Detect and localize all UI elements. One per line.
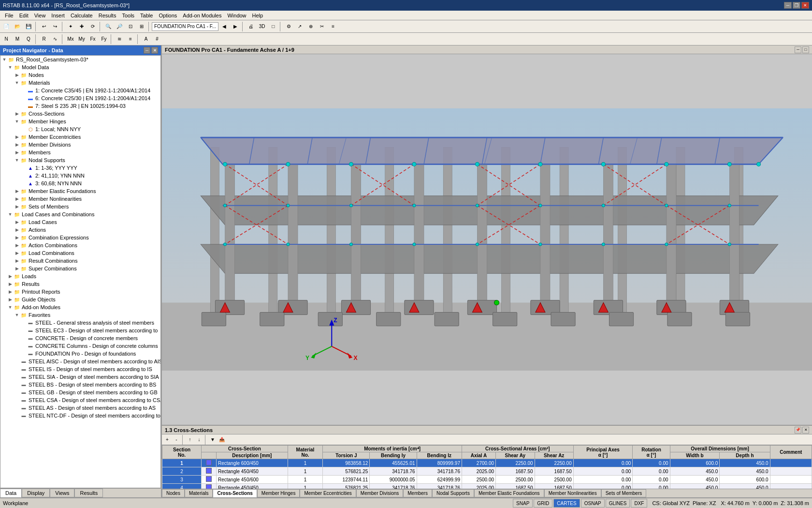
toggle-me[interactable]: ▶	[14, 134, 20, 140]
nav-pin[interactable]: ─	[144, 47, 150, 54]
tree-lc-sub[interactable]: ▶ 📁 Load Cases	[0, 218, 160, 226]
btab-nodal-supports[interactable]: Nodal Supports	[432, 489, 474, 497]
tb-btn-a[interactable]: ⚙	[283, 21, 294, 32]
tree-addon[interactable]: ▼ 📁 Add-on Modules	[0, 303, 160, 311]
tree-concrete[interactable]: ▬ CONCRETE - Design of concrete members	[0, 334, 160, 342]
tb2-deform[interactable]: ∿	[50, 34, 60, 45]
tree-mat7[interactable]: ▬ 7: Steel S 235 JR | EN 10025:1994-03	[0, 102, 160, 110]
mode-cartes[interactable]: CARTES	[553, 499, 580, 508]
menu-results[interactable]: Results	[96, 12, 119, 19]
tbl-export[interactable]: 📤	[218, 435, 226, 444]
view-minimize[interactable]: ─	[795, 46, 801, 53]
tree-load-cases[interactable]: ▼ 📁 Load Cases and Combinations	[0, 210, 160, 218]
panel-close[interactable]: ✕	[802, 427, 809, 433]
menu-edit[interactable]: Edit	[16, 12, 31, 19]
tb2-my[interactable]: My	[76, 34, 87, 45]
tree-favorites[interactable]: ▼ 📁 Favorites	[0, 311, 160, 319]
toggle-res[interactable]: ▶	[7, 281, 13, 287]
btab-members[interactable]: Members	[403, 489, 432, 497]
restore-button[interactable]: ❐	[793, 2, 800, 9]
tree-steel-as[interactable]: ▬ STEEL AS - Design of steel members acc…	[0, 404, 160, 412]
tbl-filter[interactable]: ▼	[208, 435, 217, 444]
tree-comb-expr[interactable]: ▶ 📁 Combination Expressions	[0, 234, 160, 241]
mode-snap[interactable]: SNAP	[513, 499, 533, 508]
tree-guide-obj[interactable]: ▶ 📁 Guide Objects	[0, 296, 160, 303]
tbl-add[interactable]: +	[163, 435, 172, 444]
minimize-button[interactable]: ─	[784, 2, 792, 9]
tb-3d[interactable]: 3D	[257, 21, 267, 32]
tree-concrete-cols[interactable]: ▬ CONCRETE Columns - Design of concrete …	[0, 342, 160, 350]
tree-results[interactable]: ▶ 📁 Results	[0, 280, 160, 288]
tb-zoom-in[interactable]: 🔍	[103, 21, 114, 32]
toggle-ce[interactable]: ▶	[14, 235, 20, 240]
toggle-pr[interactable]: ▶	[7, 289, 13, 295]
tree-ns1[interactable]: ▲ 1: 1-36; YYY YYY	[0, 164, 160, 172]
tree-load-comb[interactable]: ▶ 📁 Load Combinations	[0, 249, 160, 257]
toggle-lcs[interactable]: ▶	[14, 219, 20, 225]
toggle-act[interactable]: ▶	[14, 227, 20, 233]
toggle-lc[interactable]: ▼	[7, 211, 13, 217]
mode-grid[interactable]: GRID	[534, 499, 552, 508]
tree-hinge1[interactable]: ⬡ 1: Local; NNN NYY	[0, 125, 160, 133]
btab-sets-members[interactable]: Sets of Members	[601, 489, 647, 497]
btab-nodes[interactable]: Nodes	[162, 489, 185, 497]
tree-steel-aisc[interactable]: ▬ STEEL AISC - Design of steel members a…	[0, 358, 160, 365]
tb-btn-d[interactable]: ✂	[317, 21, 327, 32]
tb-zoom-all[interactable]: ⊡	[125, 21, 136, 32]
tree-nodes[interactable]: ▶ 📁 Nodes	[0, 71, 160, 79]
tree-steel-gb[interactable]: ▬ STEEL GB - Design of steel members acc…	[0, 388, 160, 396]
tree-cross-sections[interactable]: ▶ 📁 Cross-Sections	[0, 110, 160, 118]
tree-nodal-supports[interactable]: ▼ 📁 Nodal Supports	[0, 156, 160, 164]
toggle-sc[interactable]: ▶	[14, 266, 20, 271]
tree-printout[interactable]: ▶ 📁 Printout Reports	[0, 288, 160, 296]
toggle-ld[interactable]: ▶	[7, 273, 13, 279]
toggle-ao[interactable]: ▼	[7, 304, 13, 310]
btab-member-ecc[interactable]: Member Eccentricities	[300, 489, 356, 497]
tree-mat6[interactable]: ▬ 6: Concrete C25/30 | EN 1992-1-1:2004/…	[0, 94, 160, 102]
btab-member-nonlin[interactable]: Member Nonlinearities	[544, 489, 601, 497]
btab-materials[interactable]: Materials	[185, 489, 213, 497]
menu-help[interactable]: Help	[249, 12, 266, 19]
btab-member-hinges[interactable]: Member Hinges	[257, 489, 300, 497]
tb-btn-e[interactable]: ≡	[328, 21, 338, 32]
tb-new[interactable]: 📄	[1, 21, 12, 32]
btab-member-elastic[interactable]: Member Elastic Foundations	[474, 489, 544, 497]
tb-rotate[interactable]: ⟳	[87, 21, 98, 32]
tab-data[interactable]: Data	[0, 489, 22, 497]
toggle-cs[interactable]: ▶	[14, 111, 20, 117]
table-row[interactable]: 1 Rectangle 600/450 1 983858.12 455625.0…	[162, 459, 812, 467]
tree-action-comb[interactable]: ▶ 📁 Action Combinations	[0, 241, 160, 249]
tb2-reaction[interactable]: R	[39, 34, 49, 45]
table-row[interactable]: 3 Rectangle 450/600 1 1239744.11 9000000…	[162, 476, 812, 484]
tb2-isolines[interactable]: ≡	[125, 34, 136, 45]
tree-steel-csa[interactable]: ▬ STEEL CSA - Design of steel members ac…	[0, 396, 160, 404]
tab-views[interactable]: Views	[50, 489, 74, 497]
tbl-down[interactable]: ↓	[195, 435, 203, 444]
tbl-delete[interactable]: -	[172, 435, 181, 444]
menu-options[interactable]: Options	[156, 12, 180, 19]
close-button[interactable]: ✕	[801, 2, 809, 9]
toggle-model-data[interactable]: ▼	[7, 64, 13, 70]
toggle-lco[interactable]: ▶	[14, 250, 20, 256]
tb2-label[interactable]: A	[141, 34, 151, 45]
menu-view[interactable]: View	[31, 12, 49, 19]
tb2-numbering[interactable]: #	[152, 34, 162, 45]
menu-insert[interactable]: Insert	[48, 12, 68, 19]
tb2-contour[interactable]: ≋	[114, 34, 125, 45]
tree-sets-members[interactable]: ▶ 📁 Sets of Members	[0, 203, 160, 210]
tree-member-hinges[interactable]: ▼ 📁 Member Hinges	[0, 118, 160, 125]
toggle-ns[interactable]: ▼	[14, 157, 20, 163]
tb-nav-fwd[interactable]: ▶	[230, 21, 241, 32]
mode-osnap[interactable]: OSNAP	[581, 499, 605, 508]
tb-zoom-out[interactable]: 🔎	[114, 21, 125, 32]
tree-mat1[interactable]: ▬ 1: Concrete C35/45 | EN 1992-1-1:2004/…	[0, 87, 160, 94]
mode-glines[interactable]: GLINES	[606, 499, 630, 508]
menu-table[interactable]: Table	[137, 12, 156, 19]
toggle-mn[interactable]: ▶	[14, 196, 20, 202]
panel-pin[interactable]: 📌	[795, 427, 801, 433]
tab-results[interactable]: Results	[74, 489, 103, 497]
tree-steel-ntcdf[interactable]: ▬ STEEL NTC-DF - Design of steel members…	[0, 412, 160, 419]
tbl-up[interactable]: ↑	[186, 435, 194, 444]
toggle-root[interactable]: ▼	[1, 57, 7, 62]
tree-steel-ec3[interactable]: ▬ STEEL EC3 - Design of steel members ac…	[0, 327, 160, 334]
